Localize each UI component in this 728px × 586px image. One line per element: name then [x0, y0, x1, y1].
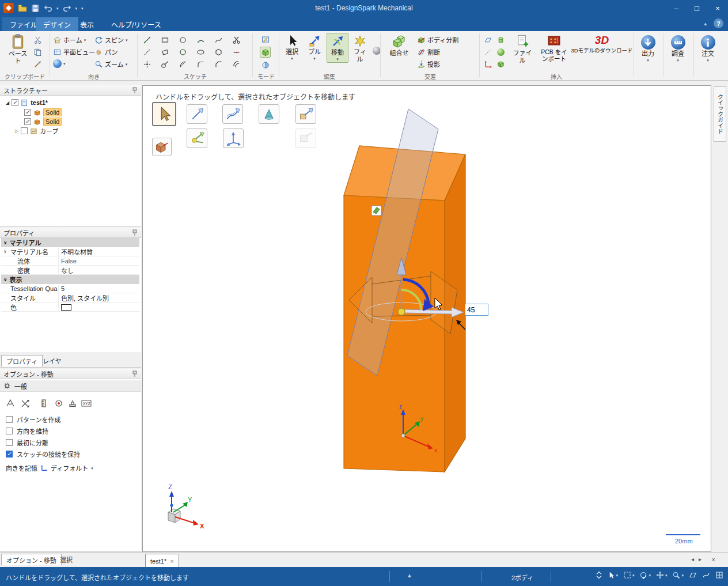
move-dropdown[interactable]: ▾: [336, 57, 339, 61]
status-curve-tool[interactable]: [702, 571, 710, 579]
sketch-arc-tool[interactable]: [195, 35, 206, 46]
document-tab-test1[interactable]: test1* ×: [145, 554, 179, 568]
select-dropdown[interactable]: ▾: [291, 56, 293, 61]
insert-cylinder-button[interactable]: [495, 35, 506, 46]
sketch-offset-tool[interactable]: [231, 59, 242, 70]
property-row[interactable]: 密度なし: [1, 266, 139, 275]
insert-axis-button[interactable]: [483, 47, 494, 58]
status-select-tool[interactable]: ▾: [608, 571, 618, 579]
sketch-three-point-circle-tool[interactable]: [177, 47, 188, 58]
pull-tool-button[interactable]: プル▾: [304, 33, 325, 62]
status-selection-filter-tool[interactable]: ▾: [623, 571, 635, 579]
xyz-coordinates-option[interactable]: XYZ: [81, 398, 92, 409]
home-dropdown[interactable]: ▾: [84, 38, 86, 42]
sphere-dropdown[interactable]: ▾: [63, 62, 66, 66]
move-tool-button[interactable]: 移動▾: [327, 33, 348, 63]
move-direction-option[interactable]: [20, 398, 31, 409]
sketch-point-tool[interactable]: [142, 59, 153, 70]
display-section-header[interactable]: ∨表示: [1, 275, 139, 284]
footer-tab-options[interactable]: オプション - 移動: [1, 554, 62, 565]
zoom-dropdown[interactable]: ▾: [126, 62, 128, 66]
insert-origin-button[interactable]: [483, 59, 494, 70]
insert-sphere-button[interactable]: [495, 47, 506, 58]
zoom-button[interactable]: ズーム▾: [94, 59, 127, 69]
inspect-button[interactable]: 調査▾: [666, 34, 690, 63]
sketch-tangent-line-tool[interactable]: [160, 59, 170, 70]
stamp-option[interactable]: [67, 398, 78, 409]
options-general-bar[interactable]: 一般: [0, 380, 141, 392]
document-tab-close-icon[interactable]: ×: [170, 558, 173, 565]
tree-node-solid-2[interactable]: ✓ Solid: [24, 117, 62, 126]
redo-dropdown[interactable]: ▾: [75, 6, 78, 10]
expander-icon[interactable]: ◢: [6, 100, 9, 105]
redo-button[interactable]: [63, 5, 71, 12]
move-compass-option[interactable]: [5, 398, 16, 409]
plan-view-button[interactable]: 平面ビュー: [53, 47, 95, 56]
status-grid-tool[interactable]: [715, 571, 723, 579]
dimension-input[interactable]: [465, 304, 488, 316]
spin-stepper-icon[interactable]: [596, 571, 602, 579]
footer-tab-select[interactable]: 選択: [55, 554, 77, 565]
inspect-dropdown[interactable]: ▾: [677, 58, 679, 62]
quick-guide-tab[interactable]: クイックガイド: [714, 86, 726, 142]
sketch-spline-tool[interactable]: [213, 35, 224, 46]
project-button[interactable]: 投影: [417, 59, 440, 69]
split-body-button[interactable]: ボディ分割: [417, 35, 458, 44]
pull-dropdown[interactable]: ▾: [313, 56, 316, 61]
curves-checkbox[interactable]: [21, 127, 28, 134]
status-orbit-tool[interactable]: ▾: [639, 571, 651, 579]
import-pcb-button[interactable]: PCB をインポート: [538, 33, 570, 63]
3d-canvas[interactable]: z y x Z Y X 20mm: [143, 86, 712, 553]
detach-first-checkbox[interactable]: [6, 439, 13, 446]
option-detach-first[interactable]: 最初に分離: [6, 438, 48, 447]
pan-button[interactable]: パン: [94, 47, 118, 56]
color-swatch[interactable]: [61, 304, 71, 311]
output-button[interactable]: 出力▾: [636, 34, 660, 63]
solid2-checkbox[interactable]: ✓: [24, 118, 31, 125]
status-zoom-tool[interactable]: ▾: [672, 571, 684, 579]
orientation-default-value[interactable]: ディフォルト: [51, 463, 88, 472]
tree-node-solid-1[interactable]: ✓ Solid: [24, 108, 62, 117]
sketch-chamfer-tool[interactable]: [213, 59, 224, 70]
sketch-mode-button[interactable]: [260, 34, 271, 45]
undo-button[interactable]: [44, 5, 52, 12]
create-pattern-checkbox[interactable]: [6, 416, 13, 423]
split-face-button[interactable]: 割断: [417, 47, 440, 56]
paste-button[interactable]: ペースト: [5, 33, 31, 66]
material-section-header[interactable]: ∨マテリアル: [1, 238, 139, 247]
format-painter-button[interactable]: [32, 59, 43, 70]
maintain-sketch-connectivity-checkbox[interactable]: ✓: [6, 451, 13, 458]
property-row[interactable]: 流体False: [1, 256, 139, 266]
tab-scroll-right-button[interactable]: ▸: [699, 556, 702, 562]
close-button[interactable]: ×: [707, 0, 728, 16]
property-row[interactable]: Tessellation Qua5: [1, 284, 139, 293]
ruler-move-option[interactable]: [38, 398, 50, 409]
tree-node-curves[interactable]: ▷ カーブ: [15, 126, 59, 135]
root-checkbox[interactable]: ✓: [12, 99, 18, 106]
option-maintain-sketch-connectivity[interactable]: ✓スケッチの接続を保持: [6, 449, 80, 459]
pin-icon[interactable]: [132, 87, 138, 94]
view-orientation-triad[interactable]: Z Y X: [168, 483, 204, 530]
sketch-fillet-tool[interactable]: [195, 59, 206, 70]
tab-design[interactable]: デザイン: [36, 17, 78, 31]
sketch-trim-tool[interactable]: [231, 35, 242, 46]
tab-scroll-left-button[interactable]: ◂: [691, 556, 694, 562]
insert-box-button[interactable]: [495, 59, 506, 70]
orientation-dropdown[interactable]: ▾: [91, 466, 93, 470]
spin-button[interactable]: スピン▾: [94, 35, 128, 44]
property-value[interactable]: 5: [59, 285, 139, 292]
property-value[interactable]: なし: [59, 266, 139, 275]
fill-tool-button[interactable]: フィル: [350, 33, 370, 64]
output-dropdown[interactable]: ▾: [647, 58, 649, 62]
tree-node-root[interactable]: ◢ ✓ test1*: [6, 98, 48, 107]
sketch-three-point-rectangle-tool[interactable]: [160, 47, 170, 58]
property-row[interactable]: スタイル色別, スタイル別: [1, 293, 139, 303]
sketch-rectangle-tool[interactable]: [160, 35, 170, 46]
pin-icon[interactable]: [132, 229, 138, 236]
order-button[interactable]: 注文▾: [696, 34, 720, 63]
sketch-polygon-tool[interactable]: [213, 47, 224, 58]
tab-layers[interactable]: レイヤ: [38, 355, 66, 366]
save-button[interactable]: [31, 4, 40, 13]
order-dropdown[interactable]: ▾: [707, 58, 709, 62]
property-row[interactable]: ∨マテリアル名不明な材質: [1, 247, 139, 256]
